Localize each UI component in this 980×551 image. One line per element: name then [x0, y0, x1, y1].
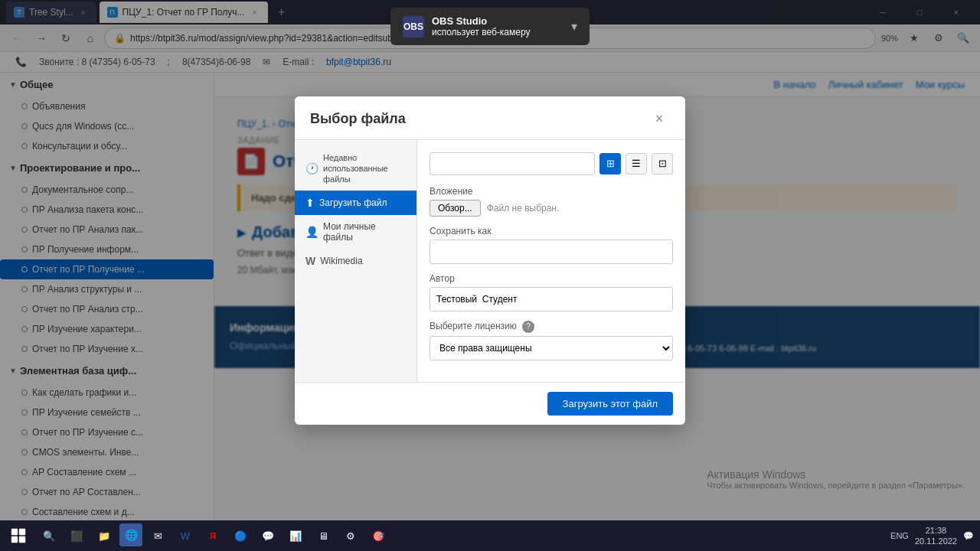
attachment-label: Вложение: [430, 186, 673, 197]
taskbar-search[interactable]: 🔍: [37, 523, 61, 548]
dialog-sidebar-wikimedia[interactable]: W Wikimedia: [295, 249, 416, 273]
taskbar-outlook[interactable]: ✉: [145, 523, 170, 548]
taskbar-right: ENG 21:38 20.11.2022 💬: [890, 525, 974, 547]
dialog-sidebar-recent-label: Недавно использованные файлы: [323, 152, 406, 185]
author-input[interactable]: [430, 287, 673, 311]
obs-notification: OBS OBS Studio использует веб-камеру ▾: [390, 8, 590, 45]
list-view-btn[interactable]: ☰: [626, 153, 647, 174]
dialog-sidebar-wikimedia-label: Wikimedia: [320, 256, 362, 266]
dialog-search-row: ⊞ ☰ ⊡: [430, 152, 673, 175]
taskbar-app9[interactable]: 🎯: [366, 523, 390, 548]
taskbar-icons: 🔍 ⬛ 📁 🌐 ✉ W Я 🔵 💬 📊 🖥 ⚙ 🎯: [37, 523, 390, 548]
dialog-sidebar-upload[interactable]: ⬆ Загрузить файл: [295, 191, 416, 215]
svg-rect-3: [19, 536, 25, 543]
dialog-sidebar: 🕐 Недавно использованные файлы ⬆ Загрузи…: [295, 140, 417, 382]
wikimedia-icon: W: [305, 255, 315, 267]
attachment-group: Вложение Обзор... Файл не выбран.: [430, 186, 673, 217]
taskbar-notification[interactable]: 💬: [963, 531, 974, 541]
recent-icon: 🕐: [305, 162, 318, 174]
author-group: Автор: [430, 273, 673, 311]
taskbar-chrome[interactable]: 🌐: [119, 523, 142, 546]
file-picker-dialog: Выбор файла × 🕐 Недавно использованные ф…: [295, 96, 685, 425]
taskbar-app5[interactable]: 🔵: [228, 523, 253, 548]
dialog-search-input[interactable]: [430, 152, 595, 175]
obs-logo: OBS: [403, 16, 424, 37]
save-as-input[interactable]: [430, 240, 673, 264]
tree-view-btn[interactable]: ⊡: [652, 153, 673, 174]
grid-view-btn[interactable]: ⊞: [599, 153, 621, 174]
myfiles-icon: 👤: [305, 226, 318, 238]
taskbar-explorer[interactable]: 📁: [92, 523, 116, 548]
license-help-icon[interactable]: ?: [522, 321, 534, 333]
start-btn[interactable]: [6, 523, 31, 548]
svg-rect-2: [11, 536, 18, 543]
taskbar-yandex[interactable]: Я: [201, 523, 225, 548]
upload-file-btn[interactable]: Загрузить этот файл: [547, 392, 673, 416]
license-group: Выберите лицензию ? Все права защищены: [430, 321, 673, 360]
dialog-close-btn[interactable]: ×: [648, 109, 670, 130]
upload-icon: ⬆: [305, 197, 315, 209]
obs-title: OBS Studio: [432, 15, 564, 27]
taskbar-word[interactable]: W: [173, 523, 198, 548]
taskbar-whatsapp[interactable]: 💬: [256, 523, 280, 548]
taskbar-app6[interactable]: 📊: [283, 523, 308, 548]
dialog-footer: Загрузить этот файл: [295, 382, 685, 425]
license-select[interactable]: Все права защищены: [430, 336, 673, 360]
license-label: Выберите лицензию ?: [430, 321, 673, 333]
taskbar-taskview[interactable]: ⬛: [64, 523, 89, 548]
browse-btn[interactable]: Обзор...: [430, 200, 481, 217]
svg-rect-0: [11, 529, 18, 535]
save-as-group: Сохранить как: [430, 226, 673, 264]
modal-overlay: Выбор файла × 🕐 Недавно использованные ф…: [0, 0, 980, 520]
dialog-main: ⊞ ☰ ⊡ Вложение Обзор... Файл не выбран. …: [417, 140, 685, 382]
dialog-sidebar-myfiles[interactable]: 👤 Мои личные файлы: [295, 215, 416, 249]
no-file-label: Файл не выбран.: [487, 203, 560, 214]
dialog-body: 🕐 Недавно использованные файлы ⬆ Загрузи…: [295, 140, 685, 382]
svg-rect-1: [19, 529, 25, 535]
dialog-title: Выбор файла: [310, 111, 406, 127]
attachment-row: Обзор... Файл не выбран.: [430, 200, 673, 217]
dialog-sidebar-recent[interactable]: 🕐 Недавно использованные файлы: [295, 146, 416, 191]
obs-subtitle: использует веб-камеру: [432, 27, 564, 37]
taskbar-lang[interactable]: ENG: [890, 531, 909, 540]
taskbar: 🔍 ⬛ 📁 🌐 ✉ W Я 🔵 💬 📊 🖥 ⚙ 🎯 ENG 21:38 20.1…: [0, 520, 980, 551]
taskbar-app7[interactable]: 🖥: [311, 523, 335, 548]
save-as-label: Сохранить как: [430, 226, 673, 236]
author-label: Автор: [430, 273, 673, 284]
dialog-sidebar-myfiles-label: Мои личные файлы: [323, 221, 406, 243]
taskbar-app8[interactable]: ⚙: [338, 523, 363, 548]
obs-text: OBS Studio использует веб-камеру: [432, 15, 564, 37]
taskbar-time: 21:38 20.11.2022: [915, 525, 957, 547]
obs-dismiss-btn[interactable]: ▾: [571, 19, 577, 34]
dialog-header: Выбор файла ×: [295, 96, 685, 140]
dialog-sidebar-upload-label: Загрузить файл: [319, 197, 387, 208]
